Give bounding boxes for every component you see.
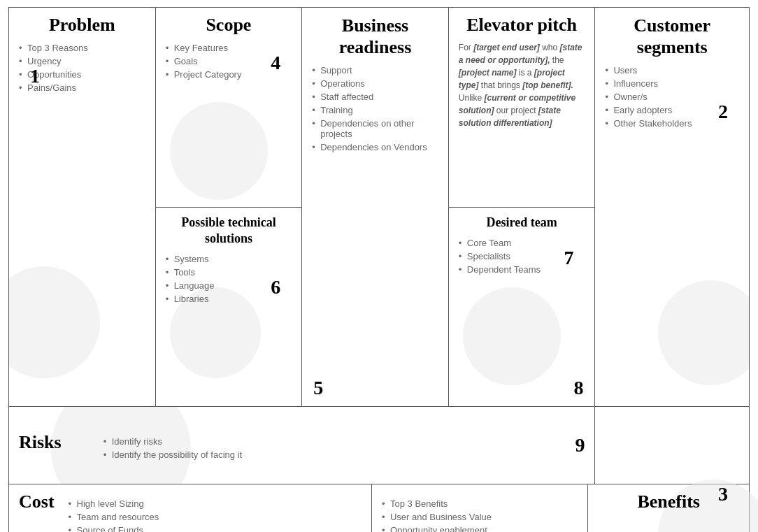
problem-bg-circle <box>9 266 100 378</box>
risks-right-empty <box>595 407 749 484</box>
customer-bullet-2: Influencers <box>605 77 739 90</box>
risks-bullet-2: Identify the possibility of facing it <box>103 448 242 461</box>
benefits-items-cell: Top 3 Benefits User and Business Value O… <box>372 484 588 532</box>
elevator-title: Elevator pitch <box>459 15 585 36</box>
problem-cell: Problem Top 3 Reasons Urgency Opportunit… <box>9 8 156 406</box>
cost-bullets: High level Sizing Team and resources Sou… <box>69 497 182 532</box>
risks-number: 9 <box>575 434 585 456</box>
possible-title: Possible technical solutions <box>166 215 292 247</box>
cost-bullet-2: Team and resources <box>69 510 182 524</box>
problem-bullet-1: Top 3 Reasons <box>19 41 145 55</box>
desired-team-cell: Desired team Core Team Specialists Depen… <box>449 208 595 407</box>
customer-title: Customer segments <box>605 15 739 58</box>
main-grid: Problem Top 3 Reasons Urgency Opportunit… <box>8 7 750 532</box>
customer-bullet-1: Users <box>605 64 739 77</box>
bottom-row: Cost High level Sizing Team and resource… <box>9 484 749 532</box>
business-title: Business readiness <box>312 15 438 58</box>
business-bullet-2: Operations <box>312 77 438 90</box>
customer-cell: Customer segments Users Influencers Owne… <box>595 8 749 406</box>
elevator-top-cell: Elevator pitch For [target end user] who… <box>449 8 595 208</box>
problem-title: Problem <box>19 15 145 36</box>
problem-number: 1 <box>30 65 40 87</box>
business-bullet-1: Support <box>312 64 438 77</box>
risks-title: Risks <box>19 432 62 453</box>
risks-bullets: Identify risks Identify the possibility … <box>103 435 242 461</box>
risks-row: Risks Identify risks Identify the possib… <box>9 407 749 484</box>
elevator-cell: Elevator pitch For [target end user] who… <box>449 8 596 406</box>
customer-number: 2 <box>718 101 728 123</box>
benefits-bullet-2: User and Business Value <box>382 510 578 524</box>
risks-cell: Risks Identify risks Identify the possib… <box>9 407 595 484</box>
benefits-bullet-3: Opportunity enablement <box>382 524 578 532</box>
possible-bullet-1: Systems <box>166 252 292 266</box>
desired-title: Desired team <box>459 215 585 231</box>
risks-bullet-1: Identify risks <box>103 435 242 448</box>
elevator-text: For [target end user] who [state a need … <box>459 41 585 129</box>
scope-top-cell: Scope Key Features Goals Project Categor… <box>156 8 302 208</box>
cost-bullet-1: High level Sizing <box>69 497 182 510</box>
cost-title: Cost <box>19 491 55 512</box>
scope-number: 4 <box>271 52 280 74</box>
top-row: Problem Top 3 Reasons Urgency Opportunit… <box>9 8 749 407</box>
cost-cell: Cost High level Sizing Team and resource… <box>9 484 372 532</box>
desired-number: 7 <box>564 247 573 269</box>
desired-bg-circle <box>463 287 561 385</box>
business-bullet-3: Staff affected <box>312 90 438 103</box>
scope-title: Scope <box>166 15 292 36</box>
business-bullet-4: Training <box>312 103 438 117</box>
benefits-number: 3 <box>718 483 728 505</box>
business-bullets: Support Operations Staff affected Traini… <box>312 64 438 154</box>
benefits-item-bullets: Top 3 Benefits User and Business Value O… <box>382 497 578 532</box>
business-cell: Business readiness Support Operations St… <box>302 8 449 406</box>
business-bullet-6: Dependencies on Vendors <box>312 141 438 154</box>
benefits-title-cell: Benefits 3 <box>588 484 749 532</box>
business-bullet-5: Dependencies on other projects <box>312 117 438 141</box>
scope-cell: Scope Key Features Goals Project Categor… <box>156 8 303 406</box>
scope-top-bg-circle <box>170 102 268 200</box>
cost-bullet-3: Source of Funds <box>69 524 182 532</box>
scope-bottom-cell: Possible technical solutions Systems Too… <box>156 208 302 407</box>
possible-number: 6 <box>271 276 280 299</box>
business-number: 5 <box>313 377 323 399</box>
customer-bg-circle <box>658 280 749 385</box>
benefits-bullet-1: Top 3 Benefits <box>382 497 578 510</box>
